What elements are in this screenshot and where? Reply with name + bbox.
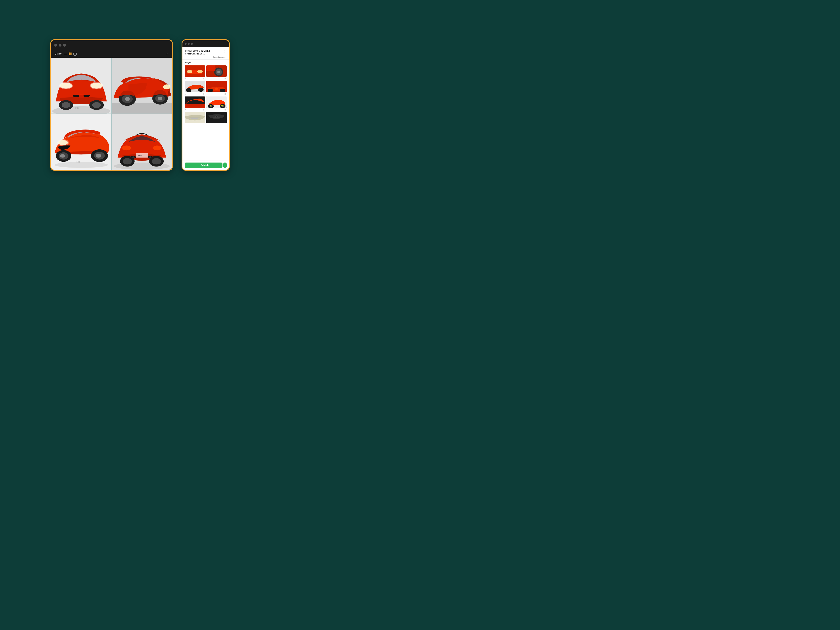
grid-view-icon[interactable]: [69, 52, 71, 55]
svg-point-14: [163, 84, 171, 89]
drag-icon-1[interactable]: ⠿: [185, 77, 186, 80]
phone-titlebar: [182, 40, 229, 47]
svg-point-55: [186, 88, 191, 92]
svg-rect-6: [79, 95, 84, 98]
thumb-controls-6: ⠿ 🗑: [206, 108, 227, 112]
svg-point-48: [197, 70, 203, 73]
drag-icon-6[interactable]: ⠿: [207, 109, 208, 111]
svg-rect-62: [185, 104, 205, 108]
image-thumb-container-4: ⠿ 🗑: [206, 81, 227, 96]
car-image-1: MR: [51, 58, 111, 114]
delete-icon-3[interactable]: 🗑: [202, 93, 205, 95]
image-thumb-1[interactable]: [185, 65, 205, 77]
image-grid: MR: [51, 58, 172, 170]
publish-label: Publish: [201, 164, 208, 166]
thumb-controls-5: ⠿ 🗑: [185, 108, 205, 112]
window-toolbar: VIEW ×: [51, 50, 172, 58]
traffic-light-maximize[interactable]: [63, 44, 66, 47]
publish-dropdown-button[interactable]: ›: [223, 163, 227, 168]
image-thumb-5[interactable]: [185, 96, 205, 108]
svg-point-29: [60, 154, 65, 158]
image-thumb-2[interactable]: [206, 65, 227, 77]
traffic-light-close[interactable]: [54, 44, 57, 47]
svg-point-4: [59, 82, 73, 89]
drag-icon-5[interactable]: ⠿: [185, 109, 186, 111]
image-thumb-container-2: ⠿ 🗑: [206, 65, 227, 81]
image-thumb-container-7: [185, 112, 205, 123]
delete-icon-4[interactable]: 🗑: [224, 93, 226, 95]
toolbar-icons: [64, 52, 77, 55]
svg-text:MR: MR: [138, 155, 142, 157]
main-scene: VIEW ×: [0, 0, 280, 210]
image-row-4: [185, 112, 227, 123]
images-section: Images ⠿: [182, 60, 229, 161]
svg-point-22: [55, 162, 108, 168]
thumb-controls-3: ⠿ 🗑: [185, 92, 205, 96]
delete-icon-6[interactable]: 🗑: [224, 109, 226, 111]
images-section-title: Images: [185, 62, 227, 64]
close-button[interactable]: ×: [166, 52, 169, 56]
svg-text:MR: MR: [75, 107, 79, 109]
svg-point-17: [125, 97, 130, 101]
svg-point-43: [152, 158, 161, 164]
drag-icon-4[interactable]: ⠿: [207, 93, 208, 95]
svg-point-35: [153, 145, 161, 150]
svg-rect-70: [191, 118, 198, 119]
more-options-button[interactable]: ⋮: [222, 49, 226, 53]
view-label: VIEW: [55, 53, 62, 55]
car-image-4: MR: [112, 114, 172, 170]
left-window: VIEW ×: [50, 39, 173, 171]
image-thumb-container-3: ⠿ 🗑: [185, 81, 205, 96]
image-thumb-7[interactable]: [185, 112, 205, 123]
traffic-lights: [54, 44, 66, 47]
svg-point-42: [123, 158, 132, 164]
delete-icon-1[interactable]: 🗑: [202, 77, 205, 80]
svg-point-5: [90, 82, 103, 89]
phone-traffic-light-2[interactable]: [188, 43, 189, 45]
version-label: Current version: [212, 56, 225, 58]
delete-icon-5[interactable]: 🗑: [202, 109, 205, 111]
svg-point-58: [208, 88, 213, 92]
phone-traffic-lights: [185, 43, 193, 45]
phone-traffic-light-1[interactable]: [185, 43, 186, 45]
svg-text:MR: MR: [76, 161, 80, 163]
svg-point-34: [122, 145, 131, 150]
image-row-2: ⠿ 🗑: [185, 81, 227, 96]
svg-point-10: [92, 102, 101, 108]
image-thumb-container-8: [206, 112, 227, 123]
thumb-controls-4: ⠿ 🗑: [206, 92, 227, 96]
right-window: Ferrari SF90 SPIDER LIFT CARBON JBL 20".…: [182, 39, 230, 171]
image-thumb-container-1: ⠿ 🗑: [185, 65, 205, 81]
version-chevron-icon[interactable]: ›: [226, 56, 226, 58]
svg-point-24: [57, 139, 69, 146]
svg-point-52: [218, 71, 220, 73]
image-row-1: ⠿ 🗑: [185, 65, 227, 81]
monitor-icon[interactable]: [73, 53, 77, 55]
delete-icon-2[interactable]: 🗑: [224, 77, 226, 80]
car-image-2: [112, 58, 172, 114]
svg-rect-44: [136, 153, 148, 158]
svg-rect-13: [112, 103, 172, 114]
car-image-3: MR: [51, 114, 111, 170]
thumb-controls-2: ⠿ 🗑: [206, 77, 227, 81]
svg-point-47: [187, 70, 192, 73]
image-thumb-container-5: ⠿ 🗑: [185, 96, 205, 112]
image-thumb-6[interactable]: [206, 96, 227, 108]
listing-title: Ferrari SF90 SPIDER LIFT CARBON JBL 20".…: [185, 49, 222, 55]
phone-traffic-light-3[interactable]: [191, 43, 193, 45]
drag-icon-3[interactable]: ⠿: [185, 93, 186, 95]
image-thumb-4[interactable]: [206, 81, 227, 92]
image-thumb-3[interactable]: [185, 81, 205, 92]
image-thumb-8[interactable]: [206, 112, 227, 123]
svg-point-9: [62, 102, 70, 108]
window-titlebar: [51, 40, 172, 50]
phone-footer: ↑ Publish ›: [182, 161, 229, 170]
drag-icon-2[interactable]: ⠿: [207, 77, 208, 80]
svg-rect-53: [206, 65, 215, 71]
publish-button[interactable]: ↑ Publish: [185, 163, 223, 168]
image-thumb-container-6: ⠿ 🗑: [206, 96, 227, 112]
publish-up-icon: ↑: [198, 164, 199, 166]
traffic-light-minimize[interactable]: [58, 44, 62, 47]
list-view-icon[interactable]: [64, 53, 67, 55]
svg-point-20: [158, 97, 162, 100]
